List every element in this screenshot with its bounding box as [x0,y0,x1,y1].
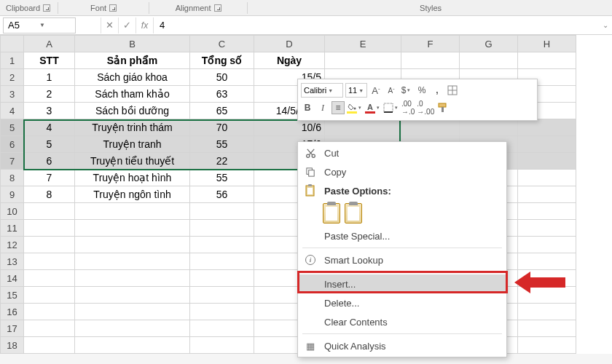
comma-format-button[interactable]: , [431,84,444,97]
cell[interactable] [75,237,190,253]
row-header[interactable]: 3 [1,86,24,103]
cell[interactable]: 10/6 [254,119,325,136]
cell[interactable] [75,337,190,354]
cell[interactable]: 8 [24,186,75,203]
cell[interactable] [401,119,460,136]
cell[interactable] [190,220,254,237]
formula-input[interactable]: 4 [153,17,599,33]
font-size-select[interactable]: 11▼ [345,83,367,98]
font-family-select[interactable]: Calibri▼ [301,83,343,98]
row-header[interactable]: 16 [1,304,24,320]
cell[interactable] [24,320,75,337]
cell[interactable]: Truyện ngôn tình [75,186,190,203]
paste-values-button[interactable] [345,203,362,223]
row-header[interactable]: 2 [1,69,24,86]
cell[interactable]: 55 [190,170,254,186]
cell[interactable]: 2 [24,86,75,103]
column-header[interactable]: A [24,36,75,52]
cell[interactable] [190,337,254,354]
row-header[interactable]: 6 [1,136,24,153]
cell[interactable]: 70 [190,119,254,136]
row-header[interactable]: 10 [1,203,24,220]
cell[interactable]: Tổng số [190,52,254,69]
menu-item-cut[interactable]: Cut [298,143,506,162]
cell[interactable] [518,52,576,69]
cell[interactable] [24,220,75,237]
cell[interactable]: Sách tham khảo [75,86,190,103]
cell[interactable] [24,237,75,253]
format-painter-button[interactable] [436,101,450,114]
cell[interactable]: 4 [24,119,75,136]
column-header[interactable]: H [518,36,576,52]
cell[interactable] [24,253,75,270]
cell[interactable] [75,203,190,220]
fx-button[interactable]: fx [136,17,153,33]
cell[interactable] [24,203,75,220]
cell[interactable] [518,320,576,337]
cell[interactable]: 56 [190,186,254,203]
column-header[interactable]: G [460,36,518,52]
paste-default-button[interactable] [323,203,340,223]
cell[interactable]: STT [24,52,75,69]
cell[interactable]: Sách giáo khoa [75,69,190,86]
cell[interactable] [190,304,254,320]
cell[interactable] [325,52,401,69]
cell[interactable]: 1 [24,69,75,86]
row-header[interactable]: 9 [1,186,24,203]
cell[interactable] [518,220,576,237]
cell[interactable] [401,52,460,69]
chevron-down-icon[interactable]: ▼ [39,22,71,28]
row-header[interactable]: 12 [1,237,24,253]
cell[interactable]: 63 [190,86,254,103]
cell[interactable] [24,287,75,304]
name-box[interactable]: A5 ▼ [3,17,76,33]
format-cells-button[interactable] [446,84,459,97]
cell[interactable] [518,119,576,136]
cell[interactable] [518,136,576,153]
cell[interactable] [75,287,190,304]
cell[interactable]: Ngày [254,52,325,69]
increase-decimal-button[interactable]: .0→.00 [417,101,434,114]
menu-item-copy[interactable]: Copy [298,162,506,181]
cell[interactable] [518,153,576,170]
cell[interactable] [518,237,576,253]
cell[interactable]: Sách bồi dưỡng [75,103,190,119]
cell[interactable] [518,304,576,320]
row-header[interactable]: 1 [1,52,24,69]
cell[interactable] [75,220,190,237]
column-header[interactable]: F [401,36,460,52]
row-header[interactable]: 8 [1,170,24,186]
menu-item-quick-analysis[interactable]: ▦ Quick Analysis [298,336,506,355]
cell[interactable]: Sản phẩm [75,52,190,69]
row-header[interactable]: 11 [1,220,24,237]
cell[interactable]: 3 [24,103,75,119]
menu-item-clear-contents[interactable]: Clear Contents [298,312,506,331]
bold-button[interactable]: B [301,101,314,114]
row-header[interactable]: 5 [1,119,24,136]
expand-formula-bar-icon[interactable]: ⌄ [599,21,612,29]
accounting-format-button[interactable]: $▾ [400,84,413,97]
cell[interactable]: Truyện tiểu thuyết [75,153,190,170]
cell[interactable]: Truyện hoạt hình [75,170,190,186]
cell[interactable]: 6 [24,153,75,170]
fill-color-button[interactable]: ▾ [347,101,363,114]
alignment-dialog-launcher-icon[interactable] [214,4,221,12]
cell[interactable] [75,320,190,337]
cell[interactable]: 7 [24,170,75,186]
column-header[interactable]: D [254,36,325,52]
cell[interactable]: Truyện trinh thám [75,119,190,136]
row-header[interactable]: 13 [1,253,24,270]
menu-item-smart-lookup[interactable]: i Smart Lookup [298,250,506,269]
cell[interactable] [24,304,75,320]
cell[interactable] [460,119,518,136]
cell[interactable]: 65 [190,103,254,119]
column-header[interactable]: E [325,36,401,52]
cell[interactable] [190,287,254,304]
row-header[interactable]: 17 [1,320,24,337]
cell[interactable] [190,203,254,220]
cell[interactable]: 55 [190,136,254,153]
cell[interactable] [190,320,254,337]
column-header[interactable]: B [75,36,190,52]
accept-formula-button[interactable]: ✓ [118,17,136,33]
cell[interactable] [518,253,576,270]
